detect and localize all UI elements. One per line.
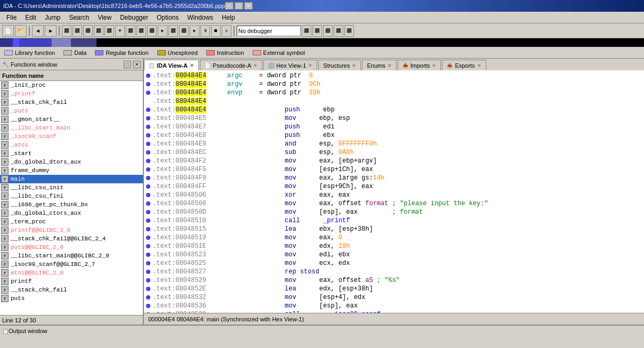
func-item[interactable]: f __gmon_start__ xyxy=(0,115,143,124)
toolbar-btn2[interactable]: ⬛ xyxy=(73,25,82,37)
func-item[interactable]: f __i686_get_pc_thunk_bx xyxy=(0,200,143,209)
func-item[interactable]: f _do_global_dtors_aux xyxy=(0,158,143,166)
menu-help[interactable]: Help xyxy=(218,13,239,22)
menu-edit[interactable]: Edit xyxy=(21,13,41,22)
addr: .text:080484F9 xyxy=(152,174,227,182)
func-item[interactable]: f _init_proc xyxy=(0,81,143,90)
addr: .text:080484E7 xyxy=(152,123,227,131)
func-item[interactable]: f __libc_csu_init xyxy=(0,183,143,192)
toolbar-new[interactable]: 📄 xyxy=(2,25,14,37)
toolbar-debug-btn4[interactable]: ⬛ xyxy=(334,25,343,37)
func-item[interactable]: f _printf xyxy=(0,90,143,98)
toolbar-back[interactable]: ◀ xyxy=(32,25,44,37)
func-item[interactable]: f _atoi xyxy=(0,141,143,149)
func-item-main[interactable]: f main xyxy=(0,175,143,183)
func-item[interactable]: f _do_global_ctors_aux xyxy=(0,209,143,217)
toolbar-btn13[interactable]: ▶ xyxy=(190,25,199,37)
menu-debugger[interactable]: Debugger xyxy=(116,13,152,22)
menu-windows[interactable]: Windows xyxy=(183,13,218,22)
menu-options[interactable]: Options xyxy=(152,13,183,22)
toolbar-btn16[interactable]: ✕ xyxy=(222,25,231,37)
ops: eax, large gs:14h xyxy=(296,174,385,182)
func-icon: f xyxy=(1,235,9,242)
code-line: .text:080484E7 push edi xyxy=(144,123,644,131)
toolbar-debug-btn2[interactable]: ⬛ xyxy=(312,25,322,37)
code-view[interactable]: .text:080484E4 argc = dword ptr 8 .text:… xyxy=(144,70,644,313)
func-item[interactable]: f __libc_csu_fini xyxy=(0,192,143,200)
toolbar-btn7[interactable]: ⬛ xyxy=(126,25,135,37)
tab-close-ida[interactable]: ✕ xyxy=(190,63,194,68)
func-item[interactable]: f __stack_chk_fail xyxy=(0,286,143,294)
close-button[interactable]: ✕ xyxy=(244,2,253,10)
func-item[interactable]: f puts@@GLIBC_2_0 xyxy=(0,243,143,252)
mnem: lea xyxy=(227,285,296,293)
func-item[interactable]: f __libc_start_main@@GLIBC_2_0 xyxy=(0,252,143,260)
toolbar-debug-btn5[interactable]: ⬛ xyxy=(344,25,354,37)
toolbar-btn1[interactable]: ⬛ xyxy=(62,25,71,37)
menu-file[interactable]: File xyxy=(2,13,21,22)
toolbar-btn9[interactable]: ⬛ xyxy=(147,25,157,37)
tab-close-struct[interactable]: ✕ xyxy=(352,63,356,68)
toolbar-forward[interactable]: ▶ xyxy=(45,25,57,37)
func-icon: f xyxy=(1,116,9,123)
func-item[interactable]: f printf@@GLIBC_2_0 xyxy=(0,226,143,234)
tab-icon: 📋 xyxy=(149,63,155,68)
tab-exports[interactable]: 📤 Exports ✕ xyxy=(442,60,486,70)
toolbar-btn8[interactable]: ⬛ xyxy=(136,25,146,37)
func-item[interactable]: f __libc_start_main xyxy=(0,124,143,132)
toolbar-open[interactable]: 📂 xyxy=(15,25,27,37)
tab-close-exports[interactable]: ✕ xyxy=(477,63,481,68)
code-line: .text:080484E4 argv = dword ptr 0Ch xyxy=(144,80,644,88)
func-item[interactable]: f _puts xyxy=(0,107,143,115)
toolbar-btn4[interactable]: ⬛ xyxy=(94,25,103,37)
func-item[interactable]: f atoi@@GLIBC_2_0 xyxy=(0,269,143,277)
tab-pseudocode[interactable]: 📄 Pseudocode-A ✕ xyxy=(200,60,262,70)
func-item[interactable]: f __stack_chk_fail xyxy=(0,98,143,107)
toolbar-btn12[interactable]: ⬛ xyxy=(179,25,189,37)
tab-hexview[interactable]: 🔢 Hex View-1 ✕ xyxy=(263,60,317,70)
toolbar-btn11[interactable]: ⬛ xyxy=(168,25,178,37)
maximize-button[interactable]: □ xyxy=(235,2,243,10)
toolbar-debug-btn1[interactable]: ⬛ xyxy=(302,25,311,37)
toolbar-debug-btn3[interactable]: ⬛ xyxy=(323,25,333,37)
menu-search[interactable]: Search xyxy=(65,13,93,22)
func-list[interactable]: f _init_proc f _printf f __stack_chk_fai… xyxy=(0,81,143,315)
func-item[interactable]: f _term_proc xyxy=(0,217,143,226)
breakpoint-dot xyxy=(146,184,150,189)
tab-close-enums[interactable]: ✕ xyxy=(388,63,392,68)
toolbar-btn6[interactable]: ▼ xyxy=(115,25,125,37)
tab-enums[interactable]: Enums ✕ xyxy=(362,60,396,70)
panel-close[interactable]: ✕ xyxy=(133,61,141,68)
toolbar-btn3[interactable]: ⬛ xyxy=(83,25,93,37)
debugger-selector[interactable] xyxy=(237,26,301,36)
minimize-button[interactable]: ─ xyxy=(225,2,234,10)
ops: = dword ptr 8 xyxy=(259,72,313,79)
tab-imports[interactable]: 📥 Imports ✕ xyxy=(398,60,441,70)
ops: [esp], eax xyxy=(296,302,358,310)
func-item[interactable]: f puts xyxy=(0,294,143,303)
panel-restore[interactable]: □ xyxy=(124,61,131,68)
menu-view[interactable]: View xyxy=(93,13,116,22)
func-item[interactable]: f __stack_chk_fail@@GLIBC_2_4 xyxy=(0,234,143,243)
func-item[interactable]: f _isoc99_scanf@@GLIBC_2_7 xyxy=(0,260,143,269)
func-item[interactable]: f frame_dummy xyxy=(0,166,143,175)
tab-close-hex[interactable]: ✕ xyxy=(308,63,312,68)
func-item[interactable]: f printf xyxy=(0,277,143,286)
toolbar-btn15[interactable]: ⏹ xyxy=(211,25,221,37)
toolbar-btn10[interactable]: ▶ xyxy=(158,25,167,37)
code-line: .text:0804852E lea edx, [esp+38h] xyxy=(144,285,644,293)
tab-close-imports[interactable]: ✕ xyxy=(432,63,436,68)
code-line: .text:080484F5 mov [esp+1Ch], eax xyxy=(144,165,644,174)
menu-jump[interactable]: Jump xyxy=(41,13,65,22)
tab-label7: Exports xyxy=(455,62,474,69)
func-item[interactable]: f _start xyxy=(0,149,143,158)
tab-ida-view[interactable]: 📋 IDA View-A ✕ xyxy=(144,60,199,70)
tab-icon3: 🔢 xyxy=(268,63,274,68)
tab-close-pseudo[interactable]: ✕ xyxy=(253,63,257,68)
tab-structures[interactable]: Structures ✕ xyxy=(318,60,361,70)
toolbar-btn14[interactable]: ⏸ xyxy=(200,25,210,37)
addr: .text:080484E4 xyxy=(152,106,227,114)
toolbar-btn5[interactable]: ⬛ xyxy=(104,25,114,37)
code-line: .text:080484EC sub esp, 0A0h xyxy=(144,148,644,157)
func-item[interactable]: f _isoc99_scanf xyxy=(0,132,143,141)
